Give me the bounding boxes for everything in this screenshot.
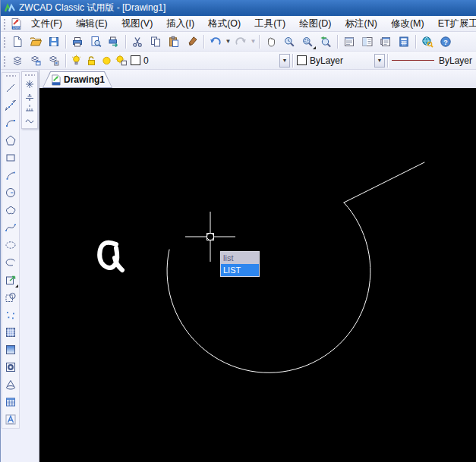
command-autocomplete: list LIST <box>220 251 260 277</box>
toolbar-grip[interactable] <box>5 74 16 78</box>
layer-states-button[interactable] <box>45 52 63 69</box>
menu-item[interactable]: 工具(T) <box>247 16 292 31</box>
layer-combo[interactable]: 0 ▼ <box>68 53 290 68</box>
point-flyout-toolbar <box>21 71 38 129</box>
title-bar: ZWCAD Classic 试用版 - [Drawing1] <box>1 0 476 16</box>
window-title: ZWCAD Classic 试用版 - [Drawing1] <box>19 2 165 14</box>
insert-block-button[interactable] <box>2 271 19 288</box>
left-dock <box>1 70 39 462</box>
ellipse-arc-button[interactable] <box>2 253 19 271</box>
svg-text:?: ? <box>443 37 448 46</box>
menu-item[interactable]: 文件(F) <box>24 16 69 31</box>
cone-button[interactable] <box>2 376 19 393</box>
tool-palettes-button[interactable] <box>377 33 395 50</box>
document-tab-bar: Drawing1 <box>39 70 476 88</box>
layer-on-bulb-icon[interactable] <box>68 54 84 68</box>
autocomplete-selected[interactable]: LIST <box>221 264 259 276</box>
toolbar-grip[interactable] <box>2 36 7 48</box>
spline-button[interactable] <box>2 218 19 236</box>
hatch-button[interactable] <box>2 323 19 341</box>
menu-item[interactable]: ET扩展工具(X) <box>431 16 476 31</box>
dwg-file-icon <box>50 74 61 86</box>
layer-tools-button[interactable] <box>27 52 45 69</box>
gradient-button[interactable] <box>2 341 19 358</box>
ellipse-button[interactable] <box>2 236 19 253</box>
tab-drawing1[interactable]: Drawing1 <box>43 71 112 88</box>
color-swatch <box>297 55 307 65</box>
properties-button[interactable] <box>340 33 358 50</box>
sketch-button[interactable] <box>22 115 37 127</box>
help-button[interactable]: ? <box>437 33 455 50</box>
layer-manager-button[interactable] <box>8 52 27 69</box>
circle-button[interactable] <box>2 184 19 201</box>
menu-item[interactable]: 格式(O) <box>201 16 247 31</box>
publish-button[interactable] <box>105 33 123 50</box>
line-button[interactable] <box>2 79 19 96</box>
tab-label: Drawing1 <box>64 74 105 85</box>
menu-item[interactable]: 绘图(D) <box>292 16 338 31</box>
menu-item[interactable]: 标注(N) <box>339 16 384 31</box>
open-button[interactable] <box>27 33 45 50</box>
undo-button[interactable] <box>206 33 225 50</box>
layer-combo-arrow[interactable]: ▼ <box>279 54 290 68</box>
zoom-realtime-button[interactable] <box>280 33 298 50</box>
new-button[interactable] <box>8 33 27 50</box>
menu-item[interactable]: 修改(M) <box>384 16 431 31</box>
linetype-sample <box>392 60 434 61</box>
cut-button[interactable] <box>128 33 147 50</box>
svg-text:DWG: DWG <box>13 26 20 30</box>
rectangle-button[interactable] <box>2 149 19 166</box>
zoom-previous-button[interactable] <box>317 33 335 50</box>
menu-bar: DWG 文件(F)编辑(E)视图(V)插入(I)格式(O)工具(T)绘图(D)标… <box>1 16 476 32</box>
revision-cloud-button[interactable] <box>2 201 19 218</box>
print-button[interactable] <box>68 33 87 50</box>
arc-button[interactable] <box>2 166 19 184</box>
divide-button[interactable] <box>22 90 37 102</box>
construction-line-button[interactable] <box>2 96 19 114</box>
menu-grip[interactable] <box>2 17 7 30</box>
make-block-button[interactable] <box>2 288 19 306</box>
paste-button[interactable] <box>165 33 183 50</box>
layer-toolbar: 0 ▼ ByLayer ▼ ByLayer <box>1 52 476 70</box>
layer-viewport-sun-icon[interactable] <box>114 54 129 68</box>
donut-button[interactable] <box>2 358 19 376</box>
layer-thaw-sun-icon[interactable] <box>99 54 114 68</box>
color-combo-arrow[interactable]: ▼ <box>374 54 385 68</box>
layer-unlock-icon[interactable] <box>84 54 99 68</box>
menu-item[interactable]: 视图(V) <box>115 16 160 31</box>
table-button[interactable] <box>2 393 19 410</box>
linetype-combo[interactable]: ByLayer <box>390 53 476 68</box>
multiple-point-button[interactable] <box>22 78 37 90</box>
search-button[interactable] <box>418 33 437 50</box>
quick-calc-button[interactable] <box>395 33 413 50</box>
polygon-button[interactable] <box>2 131 19 149</box>
zoom-window-button[interactable] <box>298 33 317 50</box>
color-combo[interactable]: ByLayer ▼ <box>295 53 385 68</box>
point-button[interactable] <box>2 306 19 323</box>
drawing-canvas[interactable]: list LIST <box>39 88 476 462</box>
mtext-button[interactable] <box>2 410 19 428</box>
toolbar-grip[interactable] <box>24 74 35 77</box>
layer-name: 0 <box>143 55 149 66</box>
redo-dropdown[interactable]: ▼ <box>250 33 257 50</box>
toolbar-grip[interactable] <box>2 55 7 67</box>
pan-button[interactable] <box>262 33 280 50</box>
line-segment <box>344 162 424 203</box>
design-center-button[interactable] <box>358 33 377 50</box>
menu-item[interactable]: 编辑(E) <box>69 16 115 31</box>
redo-button[interactable] <box>232 33 250 50</box>
undo-dropdown[interactable]: ▼ <box>225 33 232 50</box>
menu-item[interactable]: 插入(I) <box>159 16 201 31</box>
polyline-button[interactable] <box>2 114 19 131</box>
freehand-sketch <box>99 243 122 270</box>
save-button[interactable] <box>45 33 63 50</box>
flyout-corner <box>15 284 18 288</box>
color-value: ByLayer <box>310 55 343 66</box>
print-preview-button[interactable] <box>87 33 105 50</box>
copy-button[interactable] <box>147 33 165 50</box>
flyout-corner <box>313 46 316 49</box>
draw-toolbar <box>2 72 20 429</box>
format-painter-button[interactable] <box>183 33 201 50</box>
autocomplete-typed[interactable]: list <box>221 252 259 264</box>
measure-button[interactable] <box>22 102 37 115</box>
